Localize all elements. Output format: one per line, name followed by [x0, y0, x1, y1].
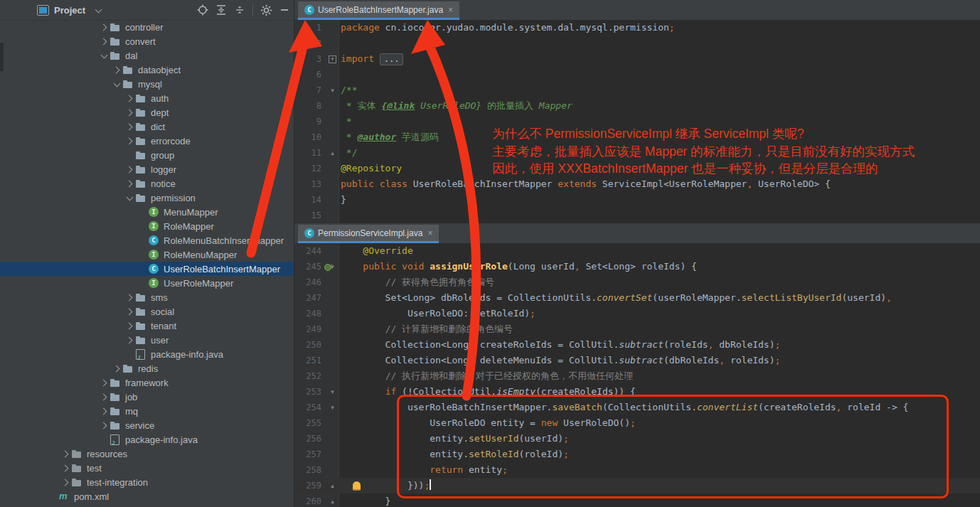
chevron-down-icon[interactable] [97, 54, 110, 58]
code-line-249[interactable]: 249 // 计算新增和删除的角色编号 [294, 321, 980, 337]
code-line-252[interactable]: 252 // 执行新增和删除。对于已经授权的角色，不用做任何处理 [294, 368, 980, 384]
collapse-all-icon[interactable] [234, 4, 245, 16]
code-line-14[interactable]: 14} [294, 192, 980, 208]
code-line-245[interactable]: 245↑▾ public void assignUserRole(Long us… [294, 259, 980, 274]
tree-item-service[interactable]: service [0, 418, 294, 432]
code-line-7[interactable]: 7▾/** [294, 82, 980, 98]
tree-item-dict[interactable]: dict [0, 119, 294, 134]
chevron-right-icon[interactable] [123, 110, 136, 115]
chevron-right-icon[interactable] [59, 466, 72, 471]
chevron-right-icon[interactable] [123, 139, 136, 144]
tree-item-rolemenubatchinsertmapper[interactable]: CRoleMenuBatchInsertMapper [0, 233, 294, 247]
close-icon[interactable]: × [448, 6, 453, 14]
code-line-2[interactable]: 2 [294, 36, 980, 51]
tree-item-dal[interactable]: dal [0, 48, 294, 63]
tree-item-framework[interactable]: framework [0, 375, 294, 390]
tree-item-controller[interactable]: controller [0, 20, 294, 34]
tree-item-job[interactable]: job [0, 390, 294, 404]
code-line-13[interactable]: 13public class UserRoleBatchInsertMapper… [294, 176, 980, 192]
tree-item-user[interactable]: user [0, 333, 294, 347]
tree-item-auth[interactable]: auth [0, 91, 294, 105]
tree-item-rolemenumapper[interactable]: IRoleMenuMapper [0, 247, 294, 262]
fold-end-icon[interactable]: ▴ [328, 145, 337, 161]
fold-end-icon[interactable]: ▴ [328, 493, 337, 507]
fold-start-icon[interactable]: ▾ [328, 82, 337, 98]
tree-item-test[interactable]: test [0, 461, 294, 475]
tree-item-resources[interactable]: resources [0, 447, 294, 461]
settings-icon[interactable] [260, 4, 272, 16]
chevron-right-icon[interactable] [97, 380, 110, 385]
chevron-right-icon[interactable] [97, 25, 110, 30]
code-text: import ... [341, 51, 403, 67]
chevron-right-icon[interactable] [123, 124, 136, 129]
tree-item-permission[interactable]: permission [0, 191, 294, 205]
chevron-down-icon[interactable] [92, 9, 105, 12]
fold-start-icon[interactable]: ▾ [328, 384, 337, 400]
intention-bulb-icon[interactable] [353, 481, 361, 491]
chevron-right-icon[interactable] [97, 395, 110, 400]
chevron-right-icon[interactable] [110, 366, 123, 371]
code-line-247[interactable]: 247 Set<Long> dbRoleIds = CollectionUtil… [294, 290, 980, 306]
chevron-right-icon[interactable] [123, 167, 136, 172]
chevron-right-icon[interactable] [59, 480, 72, 485]
tree-item-social[interactable]: social [0, 304, 294, 319]
code-line-6[interactable]: 6 [294, 67, 980, 82]
chevron-right-icon[interactable] [97, 423, 110, 428]
tree-item-userrolebatchinsertmapper[interactable]: CUserRoleBatchInsertMapper [0, 262, 294, 276]
code-line-250[interactable]: 250 Collection<Long> createRoleIds = Col… [294, 337, 980, 353]
hide-panel-icon[interactable] [279, 5, 289, 15]
tree-item-group[interactable]: group [0, 148, 294, 162]
code-line-251[interactable]: 251 Collection<Long> deleteMenuIds = Col… [294, 353, 980, 368]
editor-top[interactable]: C UserRoleBatchInsertMapper.java × 1pack… [294, 0, 980, 223]
tree-item-redis[interactable]: redis [0, 361, 294, 375]
chevron-right-icon[interactable] [123, 324, 136, 329]
code-line-1[interactable]: 1package cn.iocoder.yudao.module.system.… [294, 20, 980, 36]
chevron-right-icon[interactable] [97, 39, 110, 44]
chevron-right-icon[interactable] [123, 338, 136, 343]
fold-end-icon[interactable]: ▴ [328, 478, 337, 493]
fold-start-icon[interactable]: ▾ [328, 259, 337, 274]
tree-item-dept[interactable]: dept [0, 105, 294, 119]
code-line-8[interactable]: 8 * 实体 {@link UserRoleDO} 的批量插入 Mapper [294, 98, 980, 114]
tree-item-notice[interactable]: notice [0, 176, 294, 191]
code-line-248[interactable]: 248 UserRoleDO::getRoleId); [294, 306, 980, 321]
tree-item-errorcode[interactable]: errorcode [0, 134, 294, 148]
tree-item-mq[interactable]: mq [0, 404, 294, 418]
tab-permissionserviceimpl[interactable]: C PermissionServiceImpl.java × [298, 225, 439, 243]
chevron-right-icon[interactable] [123, 181, 136, 186]
code-text: package cn.iocoder.yudao.module.system.d… [341, 20, 675, 36]
tab-userrolebatchinsertmapper[interactable]: C UserRoleBatchInsertMapper.java × [298, 1, 459, 20]
tree-item-menumapper[interactable]: IMenuMapper [0, 205, 294, 219]
tree-item-userrolemapper[interactable]: IUserRoleMapper [0, 276, 294, 290]
chevron-right-icon[interactable] [97, 409, 110, 414]
tree-item-package-info-java[interactable]: package-info.java [0, 347, 294, 361]
chevron-right-icon[interactable] [123, 96, 136, 101]
fold-start-icon[interactable]: ▾ [328, 400, 337, 415]
chevron-right-icon[interactable] [123, 295, 136, 300]
tree-item-logger[interactable]: logger [0, 162, 294, 176]
code-line-3[interactable]: 3+import ... [294, 51, 980, 67]
code-line-244[interactable]: 244 @Override [294, 243, 980, 259]
tree-item-tenant[interactable]: tenant [0, 319, 294, 333]
tree-item-mysql[interactable]: mysql [0, 77, 294, 91]
close-icon[interactable]: × [427, 229, 432, 238]
chevron-right-icon[interactable] [59, 452, 72, 457]
folded-imports[interactable]: ... [380, 53, 404, 65]
chevron-down-icon[interactable] [123, 196, 136, 200]
tree-item-dataobject[interactable]: dataobject [0, 63, 294, 77]
code-line-246[interactable]: 246 // 获得角色拥有角色编号 [294, 274, 980, 290]
tree-item-package-info-java[interactable]: package-info.java [0, 432, 294, 447]
fold-expand-icon[interactable]: + [329, 55, 336, 63]
expand-all-icon[interactable] [215, 4, 227, 16]
chevron-right-icon[interactable] [123, 309, 136, 314]
tree-item-convert[interactable]: convert [0, 34, 294, 48]
project-panel: Project con [0, 0, 294, 507]
tree-item-test-integration[interactable]: test-integration [0, 475, 294, 489]
tree-item-sms[interactable]: sms [0, 290, 294, 304]
tree-item-pom-xml[interactable]: mpom.xml [0, 489, 294, 503]
locate-icon[interactable] [197, 4, 208, 16]
chevron-right-icon[interactable] [110, 68, 123, 73]
tree-item-rolemapper[interactable]: IRoleMapper [0, 219, 294, 233]
code-line-15[interactable]: 15 [294, 208, 980, 223]
chevron-down-icon[interactable] [110, 82, 123, 86]
